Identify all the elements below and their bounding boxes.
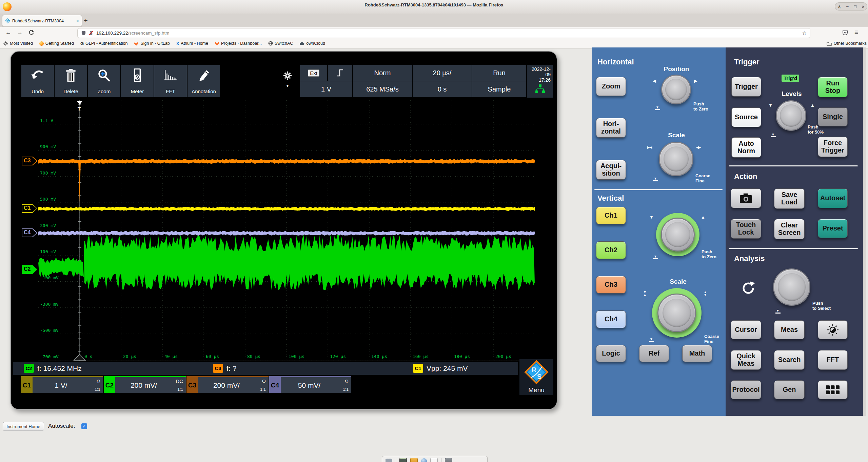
channel-block-c4[interactable]: C4 50 mV/ Ω 1:1 [269, 376, 351, 393]
autoset-button[interactable]: Autoset [818, 188, 848, 208]
chevron-down-icon[interactable]: ▼ [282, 84, 293, 88]
gen-button[interactable]: Gen [774, 380, 805, 399]
pocket-icon[interactable] [842, 29, 848, 36]
bookmark-switchac[interactable]: SwitchAC [268, 41, 293, 46]
new-tab-button[interactable]: + [81, 16, 90, 25]
reload-button[interactable] [28, 30, 34, 36]
window-shade-icon[interactable]: ∧ [838, 4, 841, 9]
bookmark-owncloud[interactable]: ownCloud [299, 41, 325, 46]
horizontal-button[interactable]: Hori- zontal [596, 118, 626, 138]
navigation-knob[interactable] [773, 268, 810, 306]
bookmark-most-visited[interactable]: Most Visited [3, 41, 33, 46]
save-load-button[interactable]: Save Load [774, 188, 805, 209]
insecure-lock-icon[interactable] [88, 31, 94, 36]
document-icon[interactable] [430, 458, 438, 462]
fft-button[interactable]: FFT [154, 65, 187, 97]
zoom-button[interactable]: Zoom [88, 65, 120, 97]
run-state-cell[interactable]: Run [472, 65, 526, 81]
channel-block-c3[interactable]: C3 200 mV/ Ω 1:1 [186, 376, 269, 393]
trigger-source-cell[interactable]: Ext [300, 65, 327, 81]
acquisition-button[interactable]: Acqui- sition [596, 160, 626, 180]
trigger-source-button[interactable]: Source [731, 107, 761, 127]
channel-marker-c1[interactable]: C1 [22, 204, 37, 213]
bookmark-star-icon[interactable]: ☆ [802, 30, 807, 36]
bookmark-atrium[interactable]: X Atrium - Home [176, 41, 208, 46]
annotation-button[interactable]: Annotation [188, 65, 220, 97]
fft-panel-button[interactable]: FFT [818, 350, 848, 370]
back-button[interactable]: ← [5, 29, 11, 36]
meter-button[interactable]: Meter [121, 65, 154, 97]
channel-block-c1[interactable]: C1 1 V/ Ω 1:1 [21, 376, 103, 393]
window-minimize-icon[interactable]: − [846, 4, 849, 9]
channel-marker-c4[interactable]: C4 [22, 228, 37, 237]
menu-hamburger-icon[interactable]: ≡ [854, 28, 858, 36]
ch4-button[interactable]: Ch4 [596, 310, 626, 328]
desktop-taskbar[interactable] [382, 456, 488, 462]
protocol-button[interactable]: Protocol [731, 380, 761, 399]
clear-screen-button[interactable]: Clear Screen [774, 219, 805, 239]
math-button[interactable]: Math [682, 345, 712, 362]
file-manager-icon[interactable] [445, 458, 452, 462]
intensity-button[interactable] [818, 320, 848, 339]
cursor-button[interactable]: Cursor [731, 320, 761, 339]
other-bookmarks[interactable]: Other Bookmarks [827, 39, 867, 48]
url-bar[interactable]: 192.168.229.22/screencam_sfp.htm ☆ [77, 28, 810, 38]
horizontal-position-knob[interactable] [661, 75, 691, 104]
bookmark-gitlab-signin[interactable]: Sign in · GitLab [134, 41, 170, 46]
trigger-mode-cell[interactable]: Norm [353, 65, 412, 81]
horizontal-zoom-button[interactable]: Zoom [596, 77, 626, 96]
bookmark-glpi[interactable]: G GLPI - Authentification [80, 41, 128, 46]
timebase-cell[interactable]: 20 µs/ [413, 65, 472, 81]
preset-button[interactable]: Preset [818, 219, 848, 238]
settings-button[interactable]: ▼ [282, 71, 293, 88]
trigger-levels-knob[interactable] [776, 100, 806, 131]
folder-icon[interactable] [410, 458, 418, 462]
sample-rate-cell[interactable]: 625 MSa/s [353, 81, 412, 97]
browser-globe-icon[interactable] [421, 458, 427, 462]
meas-button[interactable]: Meas [774, 320, 805, 339]
quick-meas-button[interactable]: Quick Meas [731, 350, 761, 370]
tab-active[interactable]: Rohde&Schwarz-RTM3004 × [2, 15, 82, 27]
undo-button[interactable]: Undo [21, 65, 54, 97]
search-button[interactable]: Search [774, 350, 805, 370]
auto-norm-button[interactable]: Auto Norm [731, 137, 761, 158]
horizontal-position-cell[interactable]: 0 s [413, 81, 472, 97]
ref-button[interactable]: Ref [639, 345, 669, 362]
window-maximize-icon[interactable]: □ [854, 4, 857, 9]
channel-marker-c3[interactable]: C3 [22, 157, 37, 165]
levels-knob-label: Levels [776, 90, 807, 98]
instrument-home-button[interactable]: Instrument Home [3, 422, 44, 431]
touch-lock-button[interactable]: Touch Lock [731, 219, 761, 239]
force-trigger-button[interactable]: Force Trigger [818, 137, 848, 157]
ch1-button[interactable]: Ch1 [596, 207, 626, 224]
forward-button[interactable]: → [17, 29, 23, 36]
shield-icon[interactable] [81, 31, 86, 36]
menu-button[interactable]: R S Menu [519, 359, 553, 395]
bookmark-projects-dashboard[interactable]: Projects · Dashboar... [215, 41, 262, 46]
horizontal-scale-knob[interactable] [659, 142, 693, 176]
channel-block-c2[interactable]: C2 200 mV/ DC 1:1 [104, 376, 186, 393]
delete-button[interactable]: Delete [55, 65, 87, 97]
window-close-icon[interactable]: × [862, 4, 865, 9]
gitlab-icon [215, 41, 219, 46]
vertical-scale-knob[interactable] [657, 294, 696, 332]
bookmark-getting-started[interactable]: Getting Started [39, 41, 74, 46]
tab-close-icon[interactable]: × [76, 18, 79, 24]
screenshot-button[interactable] [731, 188, 761, 208]
ch2-button[interactable]: Ch2 [596, 241, 626, 259]
single-button[interactable]: Single [818, 107, 848, 126]
ch3-button[interactable]: Ch3 [596, 276, 626, 294]
channel-marker-c2[interactable]: C2 [22, 265, 37, 274]
trigger-level-cell[interactable]: 1 V [300, 81, 352, 97]
acquisition-mode-cell[interactable]: Sample [472, 81, 526, 97]
waveform-display[interactable]: 1.1 V900 mV700 mV500 mV300 mV100 mV-100 … [38, 100, 535, 361]
terminal-icon[interactable] [399, 458, 407, 462]
trigger-slope-cell[interactable] [328, 65, 352, 81]
apps-button[interactable] [818, 380, 848, 399]
run-stop-button[interactable]: Run Stop [818, 77, 848, 97]
vertical-position-knob[interactable] [661, 218, 695, 252]
logic-button[interactable]: Logic [596, 345, 626, 362]
trigger-menu-button[interactable]: Trigger [731, 77, 761, 97]
autoscale-checkbox[interactable]: ✓ [81, 423, 87, 429]
taskbar-app-icon[interactable] [386, 458, 392, 462]
